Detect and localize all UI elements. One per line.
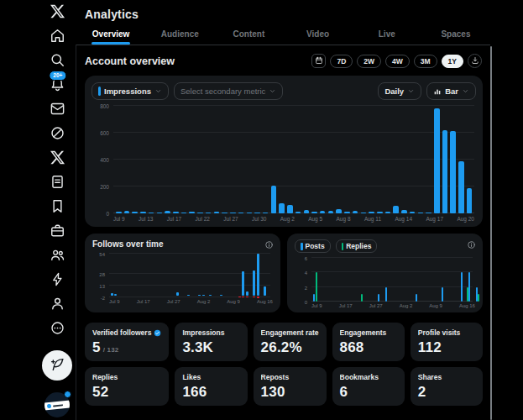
frequency-dropdown[interactable]: Daily <box>378 82 421 100</box>
secondary-metric-dropdown[interactable]: Select secondary metric <box>174 82 283 100</box>
impressions-chart-card: Impressions Select secondary metric Dail… <box>85 76 483 227</box>
account-menu[interactable] <box>44 392 70 417</box>
follows-bar <box>264 286 266 296</box>
range-4w-button[interactable]: 4W <box>385 55 410 68</box>
day-slot <box>122 254 124 297</box>
x-tick-label: Jul 9 <box>109 299 120 304</box>
tab-overview[interactable]: Overview <box>76 24 145 45</box>
stat-value: 6 <box>340 384 397 401</box>
day-slot <box>180 254 183 297</box>
stat-value: 3.3K <box>182 339 239 356</box>
y-tick-4: 4 <box>295 270 307 276</box>
posts-x-axis: Jul 9Jul 17Jul 27Aug 2Aug 9Aug 16 <box>311 303 475 308</box>
x-tick-label: Aug 9 <box>227 299 240 304</box>
tab-content[interactable]: Content <box>214 24 283 45</box>
follows-info-button[interactable] <box>264 239 274 249</box>
tab-video[interactable]: Video <box>284 24 353 45</box>
stat-tile-shares: Shares2 <box>411 367 483 406</box>
x-tick-label: Jul 17 <box>167 216 181 222</box>
day-slot <box>253 254 255 297</box>
range-2w-button[interactable]: 2W <box>357 55 381 68</box>
y-tick-0: 0 <box>92 211 109 217</box>
posts-plot-area: 6420 <box>295 258 475 302</box>
stat-label-text: Profile visits <box>418 328 461 337</box>
tab-audience[interactable]: Audience <box>145 24 214 45</box>
day-slot <box>144 254 146 297</box>
primary-metric-dropdown[interactable]: Impressions <box>92 82 169 100</box>
stat-value-number: 52 <box>92 384 108 401</box>
posts-info-button[interactable] <box>467 239 476 249</box>
download-button[interactable] <box>468 54 482 68</box>
bar-chart-icon <box>433 87 442 96</box>
sidebar-jobs-button[interactable] <box>47 222 67 242</box>
impressions-bar <box>140 212 146 213</box>
stat-tile-impressions: Impressions3.3K <box>175 323 247 361</box>
calendar-button[interactable] <box>311 54 326 68</box>
posts-legend-toggle[interactable]: Posts <box>295 239 331 253</box>
replies-legend-toggle[interactable]: Replies <box>336 239 378 253</box>
follows-bar <box>187 295 190 296</box>
day-slot <box>114 254 117 297</box>
sidebar-search-button[interactable] <box>47 51 67 71</box>
sidebar-premium-button[interactable] <box>47 149 67 169</box>
posts-bar <box>313 294 315 302</box>
stat-label: Engagements <box>340 328 397 337</box>
avatar-logo-mark <box>47 404 51 408</box>
stat-value: 5/ 132 <box>92 339 161 356</box>
impressions-bar <box>181 213 187 213</box>
impressions-bar <box>467 188 473 213</box>
range-1y-button[interactable]: 1Y <box>442 55 463 68</box>
stat-tile-bookmarks: Bookmarks6 <box>332 367 405 406</box>
sidebar-bookmarks-button[interactable] <box>47 197 67 218</box>
impressions-bar <box>401 210 407 213</box>
sidebar-lists-button[interactable] <box>47 173 67 193</box>
x-tick-label: Jul 27 <box>167 299 180 304</box>
sidebar-communities-button[interactable] <box>47 246 67 266</box>
chart-type-dropdown[interactable]: Bar <box>426 82 476 100</box>
x-tick-label: Aug 5 <box>308 216 322 222</box>
sidebar-home-button[interactable] <box>47 27 67 47</box>
stat-tile-likes: Likes166 <box>175 367 247 406</box>
profile-icon <box>50 296 65 314</box>
x-tick-label: Jul 13 <box>139 216 153 222</box>
compose-post-button[interactable] <box>42 350 72 381</box>
impressions-bar <box>393 206 399 213</box>
unfollows-bar <box>246 297 248 297</box>
avatar-logo-stripe <box>44 400 70 411</box>
x-tick-label: Jul 17 <box>137 299 150 304</box>
vertical-scrollbar[interactable] <box>490 46 492 420</box>
day-slot <box>206 254 208 297</box>
sidebar-verified-orgs-button[interactable] <box>47 270 67 291</box>
stat-label: Replies <box>92 373 161 381</box>
bars-layer <box>313 258 473 302</box>
range-3m-button[interactable]: 3M <box>414 55 437 68</box>
day-slot <box>195 254 197 297</box>
sidebar-more-button[interactable] <box>47 319 67 339</box>
posts-bar <box>378 294 379 302</box>
day-slot <box>202 254 205 297</box>
tab-spaces[interactable]: Spaces <box>421 24 490 45</box>
impressions-bar <box>165 211 170 213</box>
day-slot <box>268 254 270 297</box>
sidebar-profile-button[interactable] <box>47 295 67 315</box>
day-slot <box>136 254 139 297</box>
stat-value-number: 130 <box>261 384 285 401</box>
stat-tile-engagements: Engagements868 <box>332 323 405 361</box>
sidebar-notifications-button[interactable]: 20+ <box>47 76 67 96</box>
chevron-down-icon <box>154 87 162 95</box>
section-title: Account overview <box>85 55 311 67</box>
tab-live[interactable]: Live <box>353 24 421 45</box>
follows-bar <box>111 293 113 296</box>
bookmarks-icon <box>50 198 65 217</box>
sidebar-grok-button[interactable] <box>47 124 67 144</box>
impressions-bar <box>132 212 138 213</box>
range-7d-button[interactable]: 7D <box>330 55 353 68</box>
sidebar-x-logo-button[interactable] <box>47 3 67 23</box>
follows-bar <box>242 271 244 296</box>
follows-bar <box>202 295 205 296</box>
x-tick-label: Aug 11 <box>364 216 381 222</box>
impressions-bar <box>206 213 212 213</box>
y-tick-54: 54 <box>92 252 105 257</box>
stat-value-number: 26.2% <box>261 339 302 356</box>
sidebar-messages-button[interactable] <box>47 100 67 120</box>
